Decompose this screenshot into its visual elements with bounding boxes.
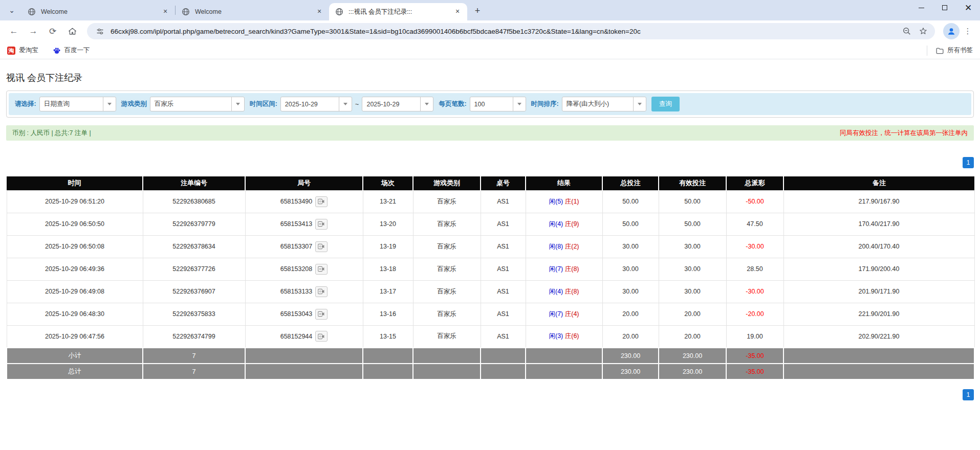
tab-close-icon[interactable]: × [453,7,462,16]
cell-result: 闲(7) 庄(8) [526,258,602,280]
cell-bet-id: 522926378634 [143,235,245,258]
game-type-select[interactable]: 百家乐 [150,97,245,111]
taobao-icon: 淘 [7,47,15,55]
tab-search-button[interactable]: ⌄ [4,3,19,18]
result-player: 闲(4) [549,220,563,228]
result-banker: 庄(1) [565,198,579,205]
select-type-label: 请选择: [15,100,36,108]
cell-bet-id: 522926376907 [143,280,245,303]
video-replay-icon[interactable] [315,286,328,297]
sort-label: 时间排序: [531,100,559,108]
url-text[interactable]: 66cxkj98.com/ipl/portal.php/game/betreco… [111,28,897,35]
profile-avatar[interactable] [943,23,960,39]
cell-payout: -30.00 [726,235,783,258]
window-controls: ✕ [909,0,980,14]
cell-time: 2025-10-29 06:48:30 [7,303,143,325]
video-replay-icon[interactable] [315,241,328,252]
page-size-select[interactable]: 100 [470,97,526,111]
cell-total-bet-link[interactable]: 50.00 [602,213,659,235]
table-row: 2025-10-29 06:51:20 522926380685 6581534… [7,190,974,213]
valid-bet-note-text: 同局有效投注，统一计算在该局第一张注单内 [840,129,968,138]
date-from-select[interactable]: 2025-10-29 [280,97,352,111]
chevron-down-icon [339,97,352,111]
cell-result: 闲(4) 庄(9) [526,213,602,235]
cell-total-bet-link[interactable]: 20.00 [602,325,659,348]
col-game-type: 游戏类别 [413,176,481,190]
cell-session: 13-19 [363,235,413,258]
window-close-button[interactable]: ✕ [956,0,980,15]
cell-remark: 170.40/217.90 [783,213,974,235]
tab-welcome-1[interactable]: Welcome × [21,3,175,20]
site-settings-icon[interactable] [93,25,106,38]
tab-close-icon[interactable]: × [315,7,324,16]
video-replay-icon[interactable] [315,264,328,275]
reload-icon[interactable]: ⟳ [45,24,60,39]
bookmark-aitaobao[interactable]: 淘 爱淘宝 [7,46,38,55]
pagination-top: 1 [6,157,974,168]
cell-valid-bet: 50.00 [659,190,726,213]
page-number-badge[interactable]: 1 [963,157,974,168]
col-total-bet: 总投注 [602,176,659,190]
tab-title: Welcome [195,8,315,15]
chrome-menu-icon[interactable]: ⋮ [962,25,974,37]
search-button[interactable]: 查询 [651,97,680,111]
cell-session: 13-15 [363,325,413,348]
result-player: 闲(4) [549,288,563,295]
cell-game-type: 百家乐 [413,190,481,213]
result-player: 闲(8) [549,243,563,250]
cell-payout: -50.00 [726,190,783,213]
total-valid-bet: 230.00 [659,364,726,379]
tab-close-icon[interactable]: × [161,7,170,16]
address-bar[interactable]: 66cxkj98.com/ipl/portal.php/game/betreco… [87,23,935,39]
subtotal-label: 小计 [7,348,143,364]
page-title: 视讯 会员下注纪录 [6,72,974,84]
cell-round-id: 658153413 [245,213,363,235]
minimize-button[interactable] [909,0,933,15]
video-replay-icon[interactable] [315,331,328,342]
total-row: 总计 7 230.00 230.00 -35.00 [7,364,974,379]
chevron-down-icon [231,97,244,111]
video-replay-icon[interactable] [315,196,328,207]
video-replay-icon[interactable] [315,309,328,320]
query-type-select[interactable]: 日期查询 [39,97,116,111]
cell-time: 2025-10-29 06:50:50 [7,213,143,235]
date-to-select[interactable]: 2025-10-29 [362,97,433,111]
cell-session: 13-18 [363,258,413,280]
maximize-button[interactable] [933,0,956,15]
home-icon[interactable] [64,24,80,39]
cell-total-bet-link[interactable]: 50.00 [602,190,659,213]
cell-total-bet-link[interactable]: 30.00 [602,258,659,280]
cell-bet-id: 522926379779 [143,213,245,235]
zoom-out-icon[interactable] [900,25,913,38]
sort-select[interactable]: 降幂(由大到小) [562,97,646,111]
forward-icon[interactable]: → [26,24,41,39]
page-number-badge[interactable]: 1 [963,389,974,400]
result-player: 闲(7) [549,265,563,273]
back-icon[interactable]: ← [6,24,21,39]
browser-toolbar: ← → ⟳ 66cxkj98.com/ipl/portal.php/game/b… [0,20,980,42]
bookmark-star-icon[interactable] [917,25,930,38]
all-bookmarks[interactable]: 所有书签 [927,46,973,56]
result-banker: 庄(8) [565,265,579,273]
cell-total-bet-link[interactable]: 30.00 [602,280,659,303]
tab-title: :::视讯 会员下注纪录::: [349,8,453,16]
table-row: 2025-10-29 06:49:36 522926377726 6581532… [7,258,974,280]
bookmark-label: 爱淘宝 [19,46,38,55]
cell-total-bet-link[interactable]: 20.00 [602,303,659,325]
cell-round-id: 658152944 [245,325,363,348]
cell-total-bet-link[interactable]: 30.00 [602,235,659,258]
cell-game-type: 百家乐 [413,325,481,348]
currency-summary-text: 币别 : 人民币 | 总共:7 注单 | [12,129,91,138]
col-payout: 总派彩 [726,176,783,190]
cell-result: 闲(7) 庄(4) [526,303,602,325]
date-range-label: 时间区间: [250,100,277,108]
new-tab-button[interactable]: + [470,4,485,18]
cell-game-type: 百家乐 [413,213,481,235]
folder-icon [935,47,944,55]
bookmark-baidu[interactable]: 百度一下 [53,46,90,55]
tab-welcome-2[interactable]: Welcome × [176,3,329,20]
subtotal-payout: -35.00 [726,348,783,364]
cell-table-no: AS1 [481,258,526,280]
video-replay-icon[interactable] [315,219,328,230]
tab-bet-records-active[interactable]: :::视讯 会员下注纪录::: × [329,3,467,20]
